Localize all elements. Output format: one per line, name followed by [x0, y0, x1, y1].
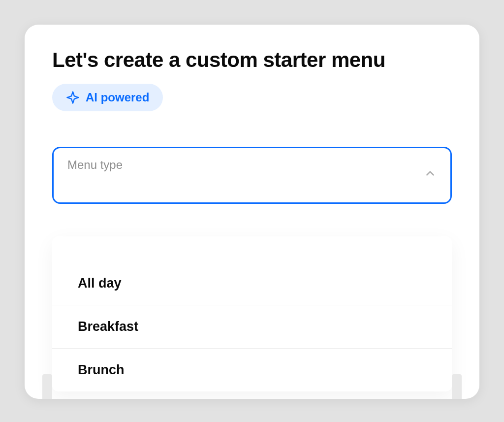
dropdown-option-breakfast[interactable]: Breakfast [52, 305, 452, 349]
dropdown-option-all-day[interactable]: All day [52, 262, 452, 305]
ai-powered-badge: AI powered [52, 84, 163, 111]
dropdown-option-brunch[interactable]: Brunch [52, 349, 452, 391]
menu-type-select[interactable]: Menu type [52, 147, 452, 204]
ai-badge-label: AI powered [86, 91, 149, 104]
sparkle-icon [66, 91, 80, 104]
menu-type-dropdown: All day Breakfast Brunch [52, 236, 452, 391]
menu-type-label: Menu type [67, 158, 123, 172]
chevron-up-icon [424, 167, 437, 180]
scroll-indicator-right [452, 374, 462, 399]
menu-setup-card: Let's create a custom starter menu AI po… [25, 25, 479, 399]
page-title: Let's create a custom starter menu [52, 48, 452, 72]
scroll-indicator-left [42, 374, 52, 399]
